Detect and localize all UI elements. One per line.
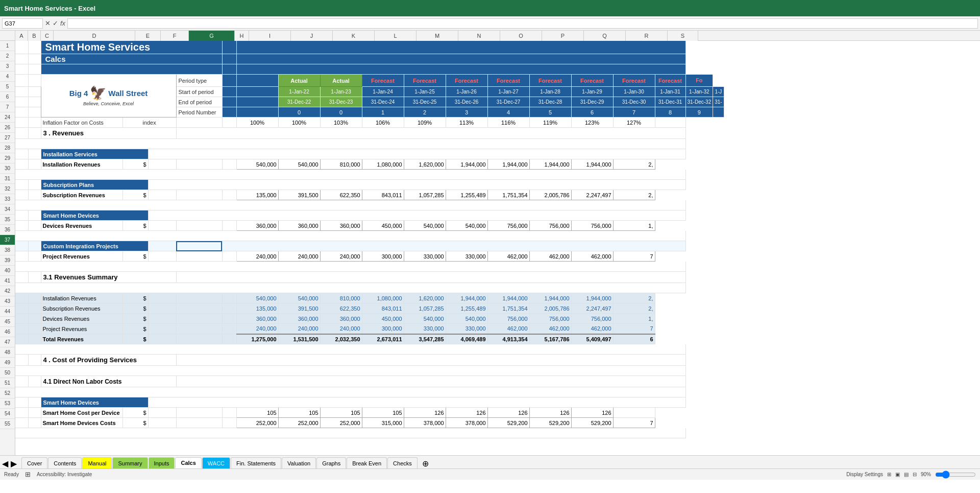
accessibility-text[interactable]: Accessibility: Investigate	[37, 472, 92, 477]
r29-f[interactable]	[148, 159, 176, 170]
r35-h[interactable]	[222, 221, 236, 231]
r4-b[interactable]	[28, 75, 41, 87]
display-settings-text[interactable]: Display Settings	[846, 472, 883, 477]
r54-b[interactable]	[28, 418, 41, 428]
tab-summary[interactable]: Summary	[112, 457, 148, 468]
row-24[interactable]: 24	[0, 112, 15, 123]
r42-b[interactable]	[28, 293, 41, 303]
r53-g[interactable]	[176, 408, 222, 418]
r6-b[interactable]	[28, 97, 41, 107]
row-31[interactable]: 31	[0, 174, 15, 184]
r3-b[interactable]	[28, 64, 41, 75]
row-33[interactable]: 33	[0, 194, 15, 204]
r48-b[interactable]	[28, 355, 41, 366]
r40-b[interactable]	[28, 272, 41, 283]
r38-f[interactable]	[148, 251, 176, 262]
row-37[interactable]: 37	[0, 235, 15, 245]
r7-a[interactable]	[15, 107, 28, 118]
row-36[interactable]: 36	[0, 225, 15, 235]
col-d[interactable]: D	[54, 31, 135, 41]
r35-b[interactable]	[28, 221, 41, 231]
r43-a[interactable]	[15, 303, 28, 314]
r50-b[interactable]	[28, 376, 41, 387]
row-43[interactable]: 43	[0, 296, 15, 307]
r38-b[interactable]	[28, 251, 41, 262]
row-53[interactable]: 53	[0, 398, 15, 409]
r54-g[interactable]	[176, 418, 222, 428]
col-e[interactable]: E	[135, 31, 161, 41]
r40-a[interactable]	[15, 272, 28, 283]
row-44[interactable]: 44	[0, 307, 15, 317]
r4-a[interactable]	[15, 75, 28, 87]
row-3[interactable]: 3	[0, 61, 15, 72]
row-55[interactable]: 55	[0, 419, 15, 429]
confirm-icon[interactable]: ✓	[53, 19, 58, 27]
r35-a[interactable]	[15, 221, 28, 231]
r32-b[interactable]	[28, 190, 41, 200]
r54-f[interactable]	[148, 418, 176, 428]
r42-a[interactable]	[15, 293, 28, 303]
col-j[interactable]: J	[291, 31, 333, 41]
r38-g[interactable]	[176, 251, 222, 262]
r5-b[interactable]	[28, 87, 41, 97]
row-28[interactable]: 28	[0, 143, 15, 153]
row-38[interactable]: 38	[0, 245, 15, 255]
r32-g[interactable]	[176, 190, 222, 200]
r53-f[interactable]	[148, 408, 176, 418]
subtitle[interactable]: Calcs	[41, 54, 222, 64]
r52-a[interactable]	[15, 397, 28, 408]
function-icon[interactable]: fx	[60, 19, 65, 27]
r31-a[interactable]	[15, 180, 28, 190]
formula-input[interactable]	[67, 18, 978, 29]
row-48[interactable]: 48	[0, 347, 15, 358]
col-p[interactable]: P	[542, 31, 584, 41]
r54-h[interactable]	[222, 418, 236, 428]
r2-a[interactable]	[15, 54, 28, 64]
tab-cover[interactable]: Cover	[21, 457, 47, 468]
r48-a[interactable]	[15, 355, 28, 366]
r29-g[interactable]	[176, 159, 222, 170]
col-m[interactable]: M	[416, 31, 458, 41]
forecast-1-header[interactable]: Forecast	[362, 75, 404, 87]
tab-wacc[interactable]: WACC	[202, 457, 230, 468]
row-5[interactable]: 5	[0, 82, 15, 92]
actual-1-header[interactable]: Actual	[278, 75, 320, 87]
r24-b[interactable]	[28, 118, 41, 128]
r28-b[interactable]	[28, 149, 41, 159]
row-30[interactable]: 30	[0, 163, 15, 174]
r26-b[interactable]	[28, 128, 41, 139]
r3-a[interactable]	[15, 64, 28, 75]
row-46[interactable]: 46	[0, 327, 15, 337]
forecast-9-header[interactable]: Fo	[685, 75, 713, 87]
r44-a[interactable]	[15, 314, 28, 324]
col-n[interactable]: N	[458, 31, 500, 41]
forecast-7-header[interactable]: Forecast	[613, 75, 655, 87]
col-i[interactable]: I	[249, 31, 291, 41]
r46-b[interactable]	[28, 334, 41, 344]
r37-e[interactable]	[148, 241, 176, 251]
tab-calcs[interactable]: Calcs	[175, 457, 201, 468]
row-2[interactable]: 2	[0, 51, 15, 61]
selected-cell-g37[interactable]	[176, 241, 222, 251]
row-50[interactable]: 50	[0, 368, 15, 378]
r4-g[interactable]	[222, 75, 236, 87]
col-b[interactable]: B	[28, 31, 41, 41]
r26-a[interactable]	[15, 128, 28, 139]
row-47[interactable]: 47	[0, 337, 15, 347]
row-40[interactable]: 40	[0, 266, 15, 276]
row-34[interactable]: 34	[0, 204, 15, 215]
col-l[interactable]: L	[375, 31, 416, 41]
r45-b[interactable]	[28, 324, 41, 334]
row-26[interactable]: 26	[0, 123, 15, 133]
row-6[interactable]: 6	[0, 92, 15, 102]
company-name[interactable]: Smart Home Services	[41, 41, 222, 54]
row-41[interactable]: 41	[0, 276, 15, 286]
r38-a[interactable]	[15, 251, 28, 262]
r53-b[interactable]	[28, 408, 41, 418]
row-51[interactable]: 51	[0, 378, 15, 388]
page-layout-icon[interactable]: ▤	[904, 472, 909, 477]
tab-graphs[interactable]: Graphs	[316, 457, 346, 468]
r24-h[interactable]	[222, 118, 236, 128]
scroll-tabs-right[interactable]: ▶	[11, 459, 17, 468]
r53-a[interactable]	[15, 408, 28, 418]
